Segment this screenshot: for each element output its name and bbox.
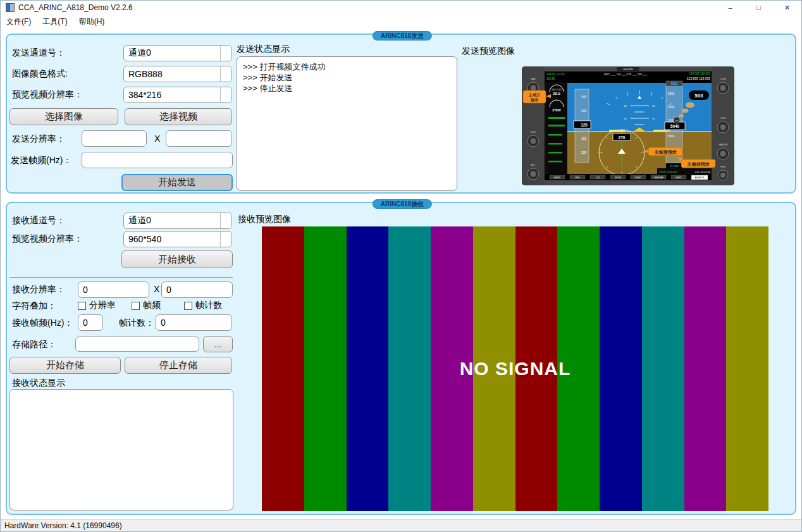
svg-text:主动力: 主动力 [528,92,540,97]
start-send-button[interactable]: 开始发送 [121,174,233,191]
log-line: >>> 开始发送 [243,72,451,83]
svg-text:25.0: 25.0 [553,92,560,96]
chevron-down-icon[interactable] [220,66,231,82]
send-res-x-separator: X [154,133,160,144]
send-preview-res-label: 预览视频分辨率： [12,89,83,101]
svg-text:PFD: PFD [575,176,580,179]
start-receive-button[interactable]: 开始接收 [121,251,233,268]
send-channel-combo[interactable]: 通道0 [123,45,232,61]
svg-text:110: 110 [581,137,586,140]
send-fps-input[interactable] [82,152,233,168]
browse-button[interactable]: ... [203,336,233,352]
checkbox-icon[interactable] [184,302,192,310]
framecount-input[interactable] [156,314,232,331]
checkbox-icon[interactable] [78,302,86,310]
svg-text:指示: 指示 [530,97,539,102]
menu-bar: 文件(F) 工具(T) 帮助(H) [1,15,801,28]
svg-text:LCL 10:12:56: LCL 10:12:56 [695,170,711,173]
svg-text:2500: 2500 [552,108,561,112]
send-res-label: 发送分辨率： [12,133,65,145]
svg-text:INSET: INSET [554,176,561,179]
svg-text:GARMIN: GARMIN [623,68,633,71]
close-button[interactable]: ✕ [773,1,801,15]
chevron-down-icon[interactable] [220,232,231,247]
recv-preview-res-combo[interactable]: 960*540 [123,231,232,247]
checkbox-icon[interactable] [132,302,140,310]
overlay-framerate-checkbox[interactable]: 帧频 [132,300,161,311]
svg-text:130: 130 [581,109,587,113]
chevron-down-icon[interactable] [220,46,231,61]
svg-text:RANGE: RANGE [719,143,728,146]
svg-text:NRST: NRST [676,176,682,179]
svg-text:XPDR 1200 ALT: XPDR 1200 ALT [659,170,678,173]
svg-text:FMS: FMS [720,165,726,168]
color-format-label: 图像颜色格式: [12,68,68,80]
svg-text:NAV: NAV [531,77,536,80]
send-res-width-input[interactable] [82,130,147,147]
minimize-button[interactable]: – [716,1,744,15]
recv-fps-input[interactable] [78,314,103,331]
recv-res-x-separator: X [154,284,159,294]
svg-text:500: 500 [675,120,679,122]
overlay-resolution-checkbox[interactable]: 分辨率 [78,300,116,311]
pfd-graphic: GARMIN NAV HDG ALT COM CRS [522,66,734,185]
recv-res-width-input[interactable] [78,281,149,298]
recv-preview-image: NO SIGNAL [262,226,768,511]
send-channel-value: 通道0 [128,47,151,59]
maximize-button[interactable]: □ [744,1,773,15]
recv-channel-value: 通道0 [128,215,151,226]
recv-fps-label: 接收帧频(Hz)： [12,318,73,329]
svg-text:29.92IN: 29.92IN [670,164,679,168]
svg-text:主坡度指示: 主坡度指示 [654,149,677,155]
svg-text:ALERTS: ALERTS [695,176,705,179]
color-format-combo[interactable]: RGB888 [123,66,232,82]
nav1-freqs: 108.00 113.00 [546,73,565,76]
select-image-button[interactable]: 选择图像 [9,108,118,125]
log-line: >>> 停止发送 [243,83,451,94]
recv-channel-combo[interactable]: 通道0 [123,213,232,229]
app-window: CCA_ARINC_A818_Demo V2.2.6 – □ ✕ 文件(F) 工… [0,0,802,532]
svg-text:120: 120 [581,123,588,127]
svg-text:140: 140 [581,95,587,99]
chevron-down-icon[interactable] [220,213,231,228]
send-res-height-input[interactable] [166,130,232,147]
overlay-framecount-checkbox[interactable]: 帧计数 [184,300,222,311]
svg-text:20: 20 [652,104,655,108]
recv-channel-label: 接收通道号： [12,215,65,226]
svg-text:110.60: 110.60 [546,77,555,80]
menu-file[interactable]: 文件(F) [1,15,37,28]
send-preview-res-combo[interactable]: 384*216 [123,87,232,103]
svg-text:5200: 5200 [668,106,675,109]
recv-res-height-input[interactable] [161,281,233,298]
menu-tools[interactable]: 工具(T) [37,15,73,28]
svg-text:500: 500 [694,93,703,99]
recv-status-title: 接收状态显示 [12,378,65,389]
chevron-down-icon[interactable] [220,87,231,102]
send-status-title: 发送状态显示 [237,44,290,55]
store-path-label: 存储路径： [12,339,56,350]
svg-text:ALT: ALT [531,163,536,166]
svg-text:HDG: HDG [531,130,536,133]
svg-text:5000: 5000 [671,82,678,85]
framecount-label: 帧计数： [119,318,154,329]
start-store-button[interactable]: 开始存储 [9,357,121,374]
log-line: >>> 打开视频文件成功 [243,61,451,72]
svg-text:5300: 5300 [668,92,675,96]
svg-text:20: 20 [624,104,627,108]
window-controls: – □ ✕ [716,1,801,15]
overlay-framecount-label: 帧计数 [195,300,222,311]
section-divider [9,277,233,278]
select-video-button[interactable]: 选择视频 [125,108,232,125]
svg-text:WPT ____ DIS ___ DTK ___ TR: WPT ____ DIS ___ DTK ___ TRK ___ [604,73,648,76]
svg-text:COM: COM [720,77,725,80]
app-icon [6,3,15,12]
hardware-version-text: HardWare Version: 4.1 (16990496) [4,521,122,530]
send-preview-title: 发送预览图像 [462,46,515,57]
svg-text:XPDR: XPDR [615,176,621,179]
store-path-input[interactable] [75,337,199,352]
svg-text:CRS: CRS [720,116,726,120]
recv-status-log [9,389,233,510]
svg-text:5000: 5000 [668,135,675,138]
stop-store-button[interactable]: 停止存储 [125,357,232,374]
menu-help[interactable]: 帮助(H) [73,15,111,28]
